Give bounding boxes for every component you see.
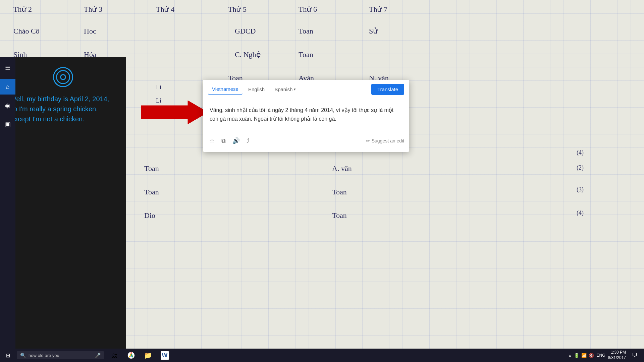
search-bar[interactable]: 🔍 🎤 (17, 351, 104, 359)
search-icon: 🔍 (20, 353, 26, 358)
sidebar-camera[interactable]: ◉ (0, 98, 15, 113)
hw-toan4: Toan (144, 164, 159, 173)
volume-icon[interactable]: 🔇 (589, 353, 594, 358)
copy-button[interactable]: ⧉ (220, 136, 227, 146)
audio-button[interactable]: 🔊 (231, 136, 241, 146)
chevron-down-icon: ▾ (294, 87, 296, 92)
hw-thu7: Thứ 7 (369, 5, 387, 14)
hw-toan6: Toan (332, 188, 347, 196)
hw-toan1: Toan (299, 27, 313, 36)
hw-num1: (4) (577, 149, 584, 156)
sidebar: ☰ ⌂ ◉ ▣ (0, 57, 15, 349)
sidebar-home[interactable]: ⌂ (0, 79, 15, 95)
hw-avan2: A. văn (332, 164, 352, 173)
taskbar-apps: 🗂 📁 W (107, 349, 172, 362)
hw-gdcd: GDCD (235, 27, 256, 36)
dropdown-spanish[interactable]: Spanish ▾ (270, 84, 300, 94)
hw-thu3: Thứ 3 (84, 5, 102, 14)
expand-icon[interactable]: ▲ (568, 353, 572, 357)
taskbar-folder[interactable]: 📁 (140, 349, 156, 362)
svg-marker-0 (141, 101, 208, 124)
cortana-logo-inner (56, 70, 70, 84)
hw-toan7: Toan (332, 211, 347, 220)
clock-date: 8/31/2017 (608, 355, 626, 361)
start-button[interactable]: ⊞ (0, 349, 15, 362)
microphone-icon[interactable]: 🎤 (95, 353, 101, 358)
translate-button[interactable]: Translate (371, 84, 404, 95)
hw-li1: Li (156, 84, 161, 91)
taskbar-clock: 1:30 PM 8/31/2017 (608, 350, 626, 360)
translation-header: Vietnamese English Spanish ▾ Translate (203, 80, 409, 99)
clock-time: 1:30 PM (611, 350, 626, 355)
notification-button[interactable]: 🗨 (629, 349, 641, 362)
hw-num3: (3) (577, 186, 584, 193)
hw-num2: (2) (577, 164, 584, 171)
translated-text: Vâng, sinh nhật của tôi là ngày 2 tháng … (210, 106, 402, 123)
hw-num4: (4) (577, 209, 584, 217)
taskbar-file-explorer[interactable]: 🗂 (107, 349, 122, 362)
cortana-panel: Well, my birthday is April 2, 2014, so I… (0, 57, 126, 349)
hw-thu6: Thứ 6 (299, 5, 317, 14)
hw-thu4: Thứ 4 (156, 5, 174, 14)
translation-card: Vietnamese English Spanish ▾ Translate V… (203, 80, 409, 152)
translation-actions: ☆ ⧉ 🔊 ⤴ ✏ Suggest an edit (203, 133, 409, 148)
share-button[interactable]: ⤴ (245, 136, 251, 146)
hw-chao-co: Chào Cô (13, 27, 40, 36)
hw-hoc: Hoc (84, 27, 96, 36)
taskbar-right: ▲ 🔋 📶 🔇 ENG 1:30 PM 8/31/2017 🗨 (568, 349, 644, 362)
battery-icon: 🔋 (574, 353, 579, 358)
hw-toan5: Toan (144, 188, 159, 196)
taskbar: ⊞ 🔍 🎤 🗂 📁 W ▲ 🔋 📶 (0, 349, 644, 362)
hw-dio: Dio (144, 211, 155, 220)
translation-body: Vâng, sinh nhật của tôi là ngày 2 tháng … (203, 99, 409, 133)
cortana-message: Well, my birthday is April 2, 2014, so I… (0, 94, 126, 124)
star-button[interactable]: ☆ (208, 136, 216, 146)
language-indicator: ENG (597, 353, 605, 358)
hw-cnghe: C. Nghệ (235, 50, 261, 59)
hw-thu5: Thứ 5 (228, 5, 247, 14)
red-arrow (141, 99, 208, 126)
system-tray-icons: ▲ 🔋 📶 🔇 (568, 353, 594, 358)
sidebar-apps[interactable]: ▣ (0, 117, 15, 132)
taskbar-word[interactable]: W (157, 349, 172, 362)
tab-vietnamese[interactable]: Vietnamese (208, 84, 243, 95)
search-input[interactable] (29, 353, 92, 358)
sidebar-menu[interactable]: ☰ (0, 60, 15, 76)
cortana-logo-dot (60, 74, 66, 80)
wifi-icon: 📶 (581, 353, 587, 358)
suggest-edit-button[interactable]: ✏ Suggest an edit (366, 138, 404, 143)
pencil-icon: ✏ (366, 138, 370, 143)
tab-english[interactable]: English (244, 84, 269, 94)
hw-toan2: Toan (299, 50, 313, 59)
cortana-logo (53, 67, 73, 87)
taskbar-chrome[interactable] (123, 349, 139, 362)
hw-su1: Sử (369, 27, 378, 36)
hw-thu2: Thứ 2 (13, 5, 32, 14)
